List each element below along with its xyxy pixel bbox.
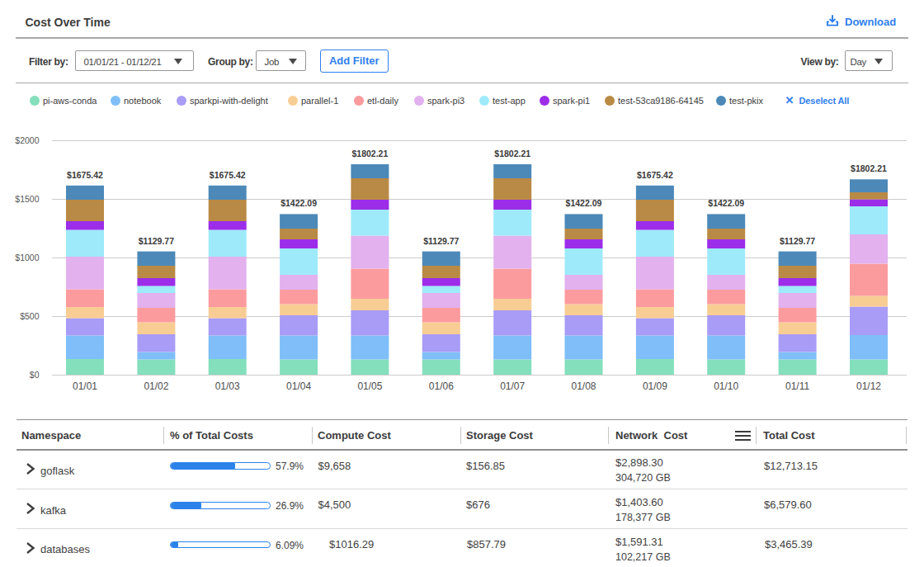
svg-text:$0: $0 xyxy=(30,370,40,380)
svg-text:01/03: 01/03 xyxy=(215,380,240,392)
svg-text:01/10: 01/10 xyxy=(714,380,738,392)
svg-text:$1129.77: $1129.77 xyxy=(139,236,174,246)
svg-text:01/04: 01/04 xyxy=(286,380,311,392)
svg-text:$1802.21: $1802.21 xyxy=(494,149,530,158)
svg-text:$1802.21: $1802.21 xyxy=(851,163,887,173)
svg-text:01/12: 01/12 xyxy=(856,380,881,392)
svg-text:$1500: $1500 xyxy=(15,194,39,204)
svg-text:$1129.77: $1129.77 xyxy=(423,236,459,246)
svg-text:01/01: 01/01 xyxy=(73,380,97,392)
svg-text:01/11: 01/11 xyxy=(785,380,809,392)
svg-text:$1675.42: $1675.42 xyxy=(637,170,673,180)
svg-text:$1802.21: $1802.21 xyxy=(352,149,389,158)
svg-text:$2000: $2000 xyxy=(15,135,39,145)
svg-text:01/02: 01/02 xyxy=(144,380,168,392)
svg-text:01/06: 01/06 xyxy=(429,380,454,392)
svg-text:$1422.09: $1422.09 xyxy=(566,198,602,208)
svg-text:01/05: 01/05 xyxy=(357,380,382,392)
svg-text:$1675.42: $1675.42 xyxy=(67,170,103,180)
svg-text:$1422.09: $1422.09 xyxy=(280,198,317,208)
svg-text:$1675.42: $1675.42 xyxy=(210,170,246,180)
svg-text:01/07: 01/07 xyxy=(500,380,525,392)
svg-text:$500: $500 xyxy=(20,311,40,321)
svg-text:$1129.77: $1129.77 xyxy=(780,236,815,246)
svg-text:01/08: 01/08 xyxy=(571,380,596,392)
svg-text:01/09: 01/09 xyxy=(643,380,667,392)
svg-text:$1000: $1000 xyxy=(15,253,39,262)
svg-text:$1422.09: $1422.09 xyxy=(708,198,744,208)
